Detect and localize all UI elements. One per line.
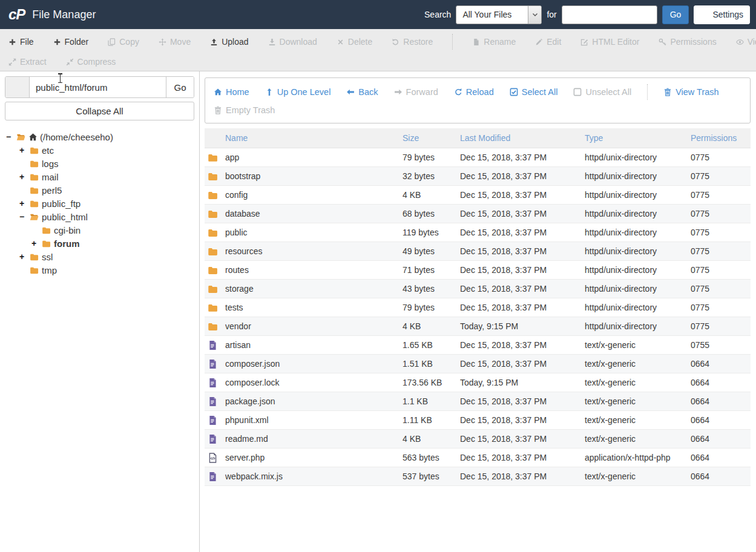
file-row-bootstrap[interactable]: bootstrap32 bytesDec 15, 2018, 3:37 PMht… bbox=[205, 167, 751, 186]
expand-plus-icon[interactable]: + bbox=[19, 172, 29, 182]
tree-item-mail[interactable]: +mail bbox=[5, 170, 194, 183]
tree-item-cgi-bin[interactable]: cgi-bin bbox=[5, 223, 194, 237]
move-icon bbox=[159, 38, 166, 46]
trash-icon bbox=[663, 88, 672, 96]
file-row-app[interactable]: app79 bytesDec 15, 2018, 3:37 PMhttpd/un… bbox=[205, 148, 751, 167]
tree-item-label: public_ftp bbox=[42, 199, 81, 209]
folder-icon bbox=[29, 186, 39, 195]
tree-item-perl5[interactable]: perl5 bbox=[5, 183, 194, 197]
tree-item-public-html[interactable]: −public_html bbox=[5, 210, 194, 223]
folder-icon bbox=[41, 239, 51, 248]
file-name: tests bbox=[225, 303, 403, 312]
tree-item-label: mail bbox=[42, 172, 59, 182]
file-row-readme-md[interactable]: readme.md4 KBDec 15, 2018, 3:37 PMtext/x… bbox=[205, 430, 751, 448]
expand-plus-icon[interactable]: + bbox=[19, 199, 29, 208]
file-permissions: 0664 bbox=[691, 453, 751, 462]
expand-plus-icon[interactable]: + bbox=[31, 238, 41, 248]
file-type: httpd/unix-directory bbox=[585, 303, 691, 312]
file-size: 1.11 KB bbox=[403, 415, 460, 425]
expand-plus-icon[interactable]: + bbox=[19, 145, 29, 155]
nav-button-empty-trash: Empty Trash bbox=[214, 105, 275, 115]
file-permissions: 0775 bbox=[691, 228, 751, 237]
toolbar-button-label: Folder bbox=[65, 37, 89, 47]
nav-button-reload[interactable]: Reload bbox=[454, 87, 494, 97]
folder-icon bbox=[205, 228, 225, 238]
toolbar-button-label: Rename bbox=[484, 37, 516, 47]
tree-item-ssl[interactable]: +ssl bbox=[5, 250, 194, 263]
file-row-server-php[interactable]: server.php563 bytesDec 15, 2018, 3:37 PM… bbox=[205, 448, 751, 467]
collapse-minus-icon[interactable]: − bbox=[19, 212, 29, 222]
file-modified: Dec 15, 2018, 3:37 PM bbox=[460, 396, 585, 406]
column-header-last-modified[interactable]: Last Modified bbox=[460, 133, 585, 143]
file-row-storage[interactable]: storage43 bytesDec 15, 2018, 3:37 PMhttp… bbox=[205, 280, 751, 298]
cpanel-logo[interactable]: cP bbox=[8, 6, 25, 23]
file-row-public[interactable]: public119 bytesDec 15, 2018, 3:37 PMhttp… bbox=[205, 223, 751, 242]
file-row-webpack-mix-js[interactable]: webpack.mix.js537 bytesDec 15, 2018, 3:3… bbox=[205, 467, 751, 486]
file-permissions: 0664 bbox=[691, 434, 751, 444]
search-scope-select[interactable]: All Your Files bbox=[456, 5, 542, 24]
search-input[interactable] bbox=[562, 5, 657, 24]
column-header-permissions[interactable]: Permissions bbox=[691, 133, 751, 143]
file-name: config bbox=[225, 190, 403, 200]
file-permissions: 0775 bbox=[691, 321, 751, 331]
toolbar-button-extract: Extract bbox=[8, 57, 47, 67]
collapse-all-button[interactable]: Collapse All bbox=[5, 102, 194, 120]
tree-item-label: (/home/cheeseho) bbox=[40, 132, 113, 142]
file-size: 32 bytes bbox=[403, 171, 460, 181]
mouse-cursor-ibeam bbox=[58, 73, 63, 83]
tree-item-logs[interactable]: logs bbox=[5, 157, 194, 170]
folder-icon bbox=[205, 265, 225, 275]
file-name: phpunit.xml bbox=[225, 415, 403, 425]
toolbar-button-label: Copy bbox=[119, 37, 139, 47]
delete-icon bbox=[337, 38, 344, 46]
tree-item--home-cheeseho-[interactable]: −(/home/cheeseho) bbox=[5, 130, 194, 143]
toolbar-button-label: Extract bbox=[20, 57, 47, 67]
file-row-database[interactable]: database68 bytesDec 15, 2018, 3:37 PMhtt… bbox=[205, 205, 751, 223]
text-file-icon bbox=[205, 340, 225, 350]
nav-button-select-all[interactable]: Select All bbox=[510, 87, 558, 97]
tree-item-public-ftp[interactable]: +public_ftp bbox=[5, 197, 194, 210]
file-row-resources[interactable]: resources49 bytesDec 15, 2018, 3:37 PMht… bbox=[205, 242, 751, 261]
file-size: 49 bytes bbox=[403, 246, 460, 256]
toolbar-divider bbox=[452, 34, 453, 50]
column-header-type[interactable]: Type bbox=[585, 133, 691, 143]
search-go-button[interactable]: Go bbox=[662, 5, 689, 24]
file-size: 1.51 KB bbox=[403, 359, 460, 369]
nav-button-unselect-all: Unselect All bbox=[573, 87, 631, 97]
column-header-name[interactable]: Name bbox=[225, 133, 403, 143]
file-row-artisan[interactable]: artisan1.65 KBDec 15, 2018, 3:37 PMtext/… bbox=[205, 336, 751, 355]
tree-item-tmp[interactable]: tmp bbox=[5, 263, 194, 277]
toolbar-button-folder[interactable]: Folder bbox=[53, 37, 89, 47]
nav-button-back[interactable]: Back bbox=[346, 87, 378, 97]
file-type: application/x-httpd-php bbox=[585, 453, 691, 462]
column-header-size[interactable]: Size bbox=[403, 133, 460, 143]
open-folder-icon bbox=[29, 212, 39, 222]
file-row-phpunit-xml[interactable]: phpunit.xml1.11 KBDec 15, 2018, 3:37 PMt… bbox=[205, 411, 751, 430]
nav-button-up-one-level[interactable]: Up One Level bbox=[265, 87, 331, 97]
tree-item-etc[interactable]: +etc bbox=[5, 143, 194, 157]
file-row-package-json[interactable]: package.json1.1 KBDec 15, 2018, 3:37 PMt… bbox=[205, 392, 751, 411]
file-name: resources bbox=[225, 246, 403, 256]
file-permissions: 0775 bbox=[691, 246, 751, 256]
file-row-composer-json[interactable]: composer.json1.51 KBDec 15, 2018, 3:37 P… bbox=[205, 355, 751, 373]
folder-icon bbox=[205, 303, 225, 313]
file-row-config[interactable]: config4 KBDec 15, 2018, 3:37 PMhttpd/uni… bbox=[205, 186, 751, 205]
toolbar-button-upload[interactable]: Upload bbox=[210, 37, 248, 47]
nav-button-view-trash[interactable]: View Trash bbox=[663, 87, 718, 97]
home-icon[interactable] bbox=[5, 77, 30, 97]
tree-item-forum[interactable]: +forum bbox=[5, 237, 194, 250]
toolbar-button-file[interactable]: File bbox=[8, 37, 34, 47]
file-row-composer-lock[interactable]: composer.lock173.56 KBToday, 9:15 PMtext… bbox=[205, 373, 751, 392]
nav-button-home[interactable]: Home bbox=[214, 87, 249, 97]
file-row-vendor[interactable]: vendor4 KBToday, 9:15 PMhttpd/unix-direc… bbox=[205, 317, 751, 336]
toolbar-button-restore: Restore bbox=[392, 37, 433, 47]
file-row-routes[interactable]: routes71 bytesDec 15, 2018, 3:37 PMhttpd… bbox=[205, 261, 751, 280]
expand-plus-icon[interactable]: + bbox=[19, 252, 29, 261]
settings-button[interactable]: Settings bbox=[694, 5, 750, 24]
collapse-minus-icon[interactable]: − bbox=[6, 132, 16, 142]
file-row-tests[interactable]: tests79 bytesDec 15, 2018, 3:37 PMhttpd/… bbox=[205, 298, 751, 317]
path-input[interactable] bbox=[30, 77, 166, 97]
path-go-button[interactable]: Go bbox=[166, 77, 194, 97]
file-permissions: 0775 bbox=[691, 171, 751, 181]
toolbar-button-label: Empty Trash bbox=[226, 105, 275, 115]
